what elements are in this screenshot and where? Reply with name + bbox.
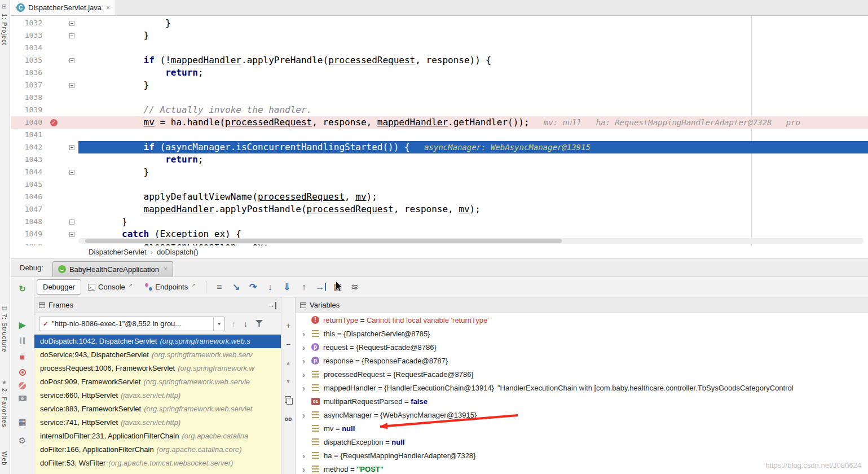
fold-slot[interactable] bbox=[65, 216, 78, 228]
expand-chevron-icon[interactable]: › bbox=[302, 370, 311, 379]
structure-icon[interactable]: ▤ bbox=[2, 305, 7, 311]
code-line-1033[interactable]: 1033 } bbox=[11, 29, 868, 42]
code-line-1032[interactable]: 1032 } bbox=[11, 17, 868, 29]
copy-frame-icon[interactable] bbox=[281, 393, 295, 407]
fold-icon[interactable] bbox=[69, 145, 74, 150]
stack-frame[interactable]: service:660, HttpServlet(javax.servlet.h… bbox=[34, 389, 281, 402]
variable-row-ha[interactable]: ›ha = {RequestMappingHandlerAdapter@7328… bbox=[296, 449, 868, 462]
stack-frame[interactable]: processRequest:1006, FrameworkServlet(or… bbox=[34, 362, 281, 375]
code-line-1035[interactable]: 1035 if (!mappedHandler.applyPreHandle(p… bbox=[11, 54, 868, 67]
fold-slot[interactable] bbox=[65, 54, 78, 67]
horizontal-scrollbar[interactable] bbox=[78, 238, 863, 244]
code-line-1036[interactable]: 1036 return; bbox=[11, 67, 868, 79]
variable-row-this[interactable]: ›this = {DispatcherServlet@8785} bbox=[296, 327, 868, 340]
layout-settings-icon[interactable]: ≋ bbox=[346, 280, 363, 295]
code-line-1040[interactable]: 1040 mv = ha.handle(processedRequest, re… bbox=[11, 116, 868, 129]
tool-button-structure[interactable]: 7: Structure bbox=[1, 314, 8, 353]
layout-grid-icon[interactable]: ▦ bbox=[16, 416, 29, 428]
star-icon[interactable]: ★ bbox=[2, 379, 7, 385]
code-line-1038[interactable]: 1038 bbox=[11, 91, 868, 104]
add-icon[interactable]: + bbox=[281, 319, 295, 332]
code-line-1043[interactable]: 1043 return; bbox=[11, 153, 868, 166]
stack-frame[interactable]: doService:943, DispatcherServlet(org.spr… bbox=[34, 348, 281, 362]
fold-slot[interactable] bbox=[65, 166, 78, 178]
rerun-debugger-icon[interactable]: ↻ bbox=[16, 283, 29, 295]
variable-row-mappedHandler[interactable]: ›mappedHandler = {HandlerExecutionChain@… bbox=[296, 381, 868, 394]
fold-slot[interactable] bbox=[65, 141, 78, 153]
fold-icon[interactable] bbox=[69, 220, 74, 225]
fold-slot[interactable] bbox=[65, 17, 78, 29]
step-into-icon[interactable]: ↓ bbox=[262, 280, 279, 295]
remove-icon[interactable]: − bbox=[281, 337, 295, 351]
expand-chevron-icon[interactable]: › bbox=[302, 330, 311, 338]
variable-row-returnType[interactable]: !returnType = Cannot find local variable… bbox=[296, 313, 868, 327]
tool-button-web[interactable]: Web bbox=[1, 451, 8, 466]
code-line-1039[interactable]: 1039 // Actually invoke the handler. bbox=[11, 104, 868, 116]
code-line-1047[interactable]: 1047 mappedHandler.applyPostHandle(proce… bbox=[11, 203, 868, 216]
fold-icon[interactable] bbox=[69, 33, 74, 38]
close-session-icon[interactable]: × bbox=[164, 265, 168, 273]
fold-icon[interactable] bbox=[69, 58, 74, 63]
mute-breakpoints-icon[interactable] bbox=[19, 382, 26, 389]
debug-tab-console[interactable]: Console↗ bbox=[82, 279, 138, 295]
expand-chevron-icon[interactable]: › bbox=[302, 411, 311, 419]
frame-down-icon[interactable]: ↓ bbox=[244, 319, 248, 328]
fold-slot[interactable] bbox=[65, 79, 78, 91]
expand-chevron-icon[interactable]: › bbox=[302, 465, 311, 473]
stack-frame[interactable]: internalDoFilter:231, ApplicationFilterC… bbox=[34, 429, 281, 443]
fold-icon[interactable] bbox=[69, 232, 74, 237]
variable-row-asyncManager[interactable]: ›asyncManager = {WebAsyncManager@13915} bbox=[296, 408, 868, 422]
scrollbar-thumb[interactable] bbox=[85, 239, 562, 243]
step-out-icon[interactable]: ↑ bbox=[296, 280, 312, 295]
code-line-1037[interactable]: 1037 } bbox=[11, 79, 868, 91]
tool-button-favorites[interactable]: 2: Favorites bbox=[1, 388, 8, 427]
debug-session-tab[interactable]: BabyHealthCareApplication × bbox=[52, 261, 173, 276]
variable-row-response[interactable]: ›presponse = {ResponseFacade@8787} bbox=[296, 354, 868, 367]
debug-tab-debugger[interactable]: Debugger bbox=[37, 279, 81, 295]
stack-frame[interactable]: doFilter:166, ApplicationFilterChain(org… bbox=[34, 443, 281, 457]
run-to-cursor-icon[interactable]: → bbox=[312, 280, 329, 295]
stop-process-icon[interactable]: ■ bbox=[16, 350, 29, 363]
code-line-1041[interactable]: 1041 bbox=[11, 129, 868, 141]
scroll-up-icon[interactable]: ▲ bbox=[281, 356, 295, 370]
breadcrumb-method[interactable]: doDispatch() bbox=[157, 248, 199, 256]
resume-program-icon[interactable]: ▶ bbox=[16, 319, 29, 331]
close-tab-icon[interactable]: × bbox=[106, 4, 110, 12]
code-editor[interactable]: 1032 }1033 }10341035 if (!mappedHandler.… bbox=[11, 16, 868, 245]
variable-row-multipartRequestParsed[interactable]: 01multipartRequestParsed = false bbox=[296, 394, 868, 408]
thread-dropdown[interactable]: ✓ "http-nio-8086-exec-1"@8,552 in grou..… bbox=[39, 317, 225, 331]
stack-frame[interactable]: doFilter:53, WsFilter(org.apache.tomcat.… bbox=[34, 457, 281, 470]
breadcrumb-class[interactable]: DispatcherServlet bbox=[89, 248, 147, 256]
scroll-down-icon[interactable]: ▼ bbox=[281, 375, 295, 388]
variable-row-processedRequest[interactable]: ›processedRequest = {RequestFacade@8786} bbox=[296, 367, 868, 381]
expand-chevron-icon[interactable]: › bbox=[302, 451, 311, 460]
threads-list-icon[interactable]: ≡ bbox=[211, 280, 228, 295]
pause-program-icon[interactable] bbox=[20, 337, 25, 344]
fold-slot[interactable] bbox=[65, 228, 78, 240]
editor-tab-dispatcherservlet[interactable]: DispatcherServlet.java × bbox=[11, 0, 116, 15]
expand-chevron-icon[interactable]: › bbox=[302, 384, 311, 392]
fold-icon[interactable] bbox=[69, 83, 74, 88]
variable-row-dispatchException[interactable]: dispatchException = null bbox=[296, 435, 868, 449]
code-line-1044[interactable]: 1044 } bbox=[11, 166, 868, 178]
fold-icon[interactable] bbox=[69, 21, 74, 26]
stack-frame[interactable]: service:883, FrameworkServlet(org.spring… bbox=[34, 402, 281, 416]
step-over-icon[interactable]: ↷ bbox=[245, 280, 262, 295]
tool-windows-icon[interactable]: ⊞ bbox=[2, 3, 6, 10]
variable-row-mv[interactable]: mv = null bbox=[296, 422, 868, 435]
code-line-1045[interactable]: 1045 bbox=[11, 178, 868, 191]
stack-frame[interactable]: service:741, HttpServlet(javax.servlet.h… bbox=[34, 416, 281, 429]
pin-icon[interactable]: → bbox=[267, 301, 276, 309]
code-line-1042[interactable]: 1042 if (asyncManager.isConcurrentHandli… bbox=[11, 141, 868, 153]
chevron-down-icon[interactable]: ▾ bbox=[213, 317, 224, 331]
watch-glasses-icon[interactable]: oo bbox=[281, 412, 295, 425]
view-breakpoints-icon[interactable] bbox=[19, 369, 26, 376]
fold-slot[interactable] bbox=[65, 29, 78, 42]
code-line-1034[interactable]: 1034 bbox=[11, 42, 868, 54]
variable-row-request[interactable]: ›prequest = {RequestFacade@8786} bbox=[296, 340, 868, 354]
show-execution-point-icon[interactable]: ↘ bbox=[228, 280, 245, 295]
fold-icon[interactable] bbox=[69, 170, 74, 175]
settings-gear-icon[interactable]: ⚙ bbox=[16, 434, 29, 447]
code-line-1046[interactable]: 1046 applyDefaultViewName(processedReque… bbox=[11, 191, 868, 203]
force-step-into-icon[interactable]: ⇓ bbox=[279, 280, 296, 295]
